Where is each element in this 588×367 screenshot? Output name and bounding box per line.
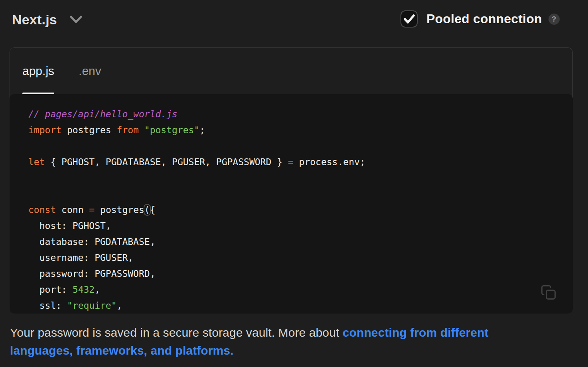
code-line: const conn = postgres({ — [28, 202, 557, 218]
checkmark-icon — [404, 14, 415, 24]
pooled-connection-group: Pooled connection ? — [401, 10, 560, 28]
tab-env[interactable]: .env — [79, 48, 101, 94]
code-line — [28, 186, 557, 202]
code-line: import postgres from "postgres"; — [28, 122, 557, 138]
copy-icon — [540, 284, 557, 301]
code-line: // pages/api/hello_world.js — [28, 106, 557, 122]
password-vault-note-text: Your password is saved in a secure stora… — [10, 326, 343, 339]
code-line: database: PGDATABASE, — [28, 234, 557, 250]
connection-snippet-card: app.js .env // pages/api/hello_world.jsi… — [10, 47, 573, 314]
code-line — [28, 170, 557, 186]
code-line: port: 5432, — [28, 282, 557, 298]
tab-app-js[interactable]: app.js — [22, 48, 54, 94]
pooled-connection-checkbox[interactable] — [401, 10, 418, 28]
code-line: let { PGHOST, PGDATABASE, PGUSER, PGPASS… — [28, 154, 557, 170]
password-vault-note: Your password is saved in a secure stora… — [10, 324, 537, 359]
code-line: username: PGUSER, — [28, 250, 557, 266]
framework-selector-label: Next.js — [12, 12, 57, 28]
help-icon[interactable]: ? — [549, 14, 560, 25]
tab-bar: app.js .env — [10, 48, 572, 94]
chevron-down-icon — [70, 16, 82, 24]
code-content: // pages/api/hello_world.jsimport postgr… — [10, 94, 573, 314]
code-line: password: PGPASSWORD, — [28, 266, 557, 282]
copy-button[interactable] — [539, 283, 558, 302]
code-line: ssl: "require", — [28, 298, 557, 314]
matched-bracket: ( — [144, 205, 150, 215]
code-line: host: PGHOST, — [28, 218, 557, 234]
code-block: // pages/api/hello_world.jsimport postgr… — [10, 94, 573, 314]
code-line — [28, 138, 557, 154]
framework-selector[interactable]: Next.js — [12, 12, 82, 28]
pooled-connection-label: Pooled connection — [426, 12, 542, 26]
